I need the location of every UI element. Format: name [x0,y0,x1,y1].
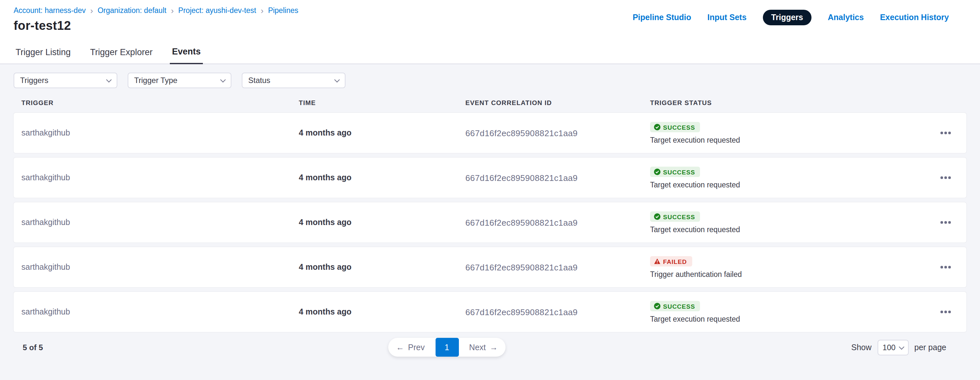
status-message: Target execution requested [650,136,740,144]
row-menu-button[interactable] [935,123,956,143]
status-message: Trigger authentication failed [650,270,742,278]
trigger-status-cell: FAILED Trigger authentication failed [650,256,935,278]
breadcrumb-organization[interactable]: Organization: default [97,6,166,14]
table-row[interactable]: sarthakgithub 4 months ago 667d16f2ec895… [14,158,966,198]
ellipsis-icon [941,311,951,313]
trigger-name: sarthakgithub [21,263,299,272]
chevron-right-icon: › [261,7,264,14]
column-header-trigger: TRIGGER [21,99,299,106]
ellipsis-icon [941,222,951,224]
status-badge-label: SUCCESS [663,302,695,310]
chevron-down-icon [220,77,226,82]
event-time: 4 months ago [299,218,465,227]
check-circle-icon [654,303,660,309]
show-label: Show [851,343,872,352]
status-badge-label: FAILED [663,258,687,265]
table-row[interactable]: sarthakgithub 4 months ago 667d16f2ec895… [14,247,966,287]
status-badge: FAILED [650,256,692,267]
trigger-status-cell: SUCCESS Target execution requested [650,167,935,189]
tab-trigger-explorer[interactable]: Trigger Explorer [88,40,154,64]
event-correlation-id: 667d16f2ec895908821c1aa9 [465,307,650,317]
arrow-left-icon: ← [396,343,404,352]
chevron-right-icon: › [171,7,174,14]
nav-triggers[interactable]: Triggers [763,10,812,25]
results-summary: 5 of 5 [23,343,43,352]
event-time: 4 months ago [299,173,465,182]
filters-bar: Triggers Trigger Type Status [14,73,966,88]
ellipsis-icon [941,177,951,179]
page-size-value: 100 [883,343,896,352]
warning-icon [654,258,660,265]
table-header-row: TRIGGER TIME EVENT CORRELATION ID TRIGGE… [14,99,966,106]
trigger-status-cell: SUCCESS Target execution requested [650,122,935,144]
status-message: Target execution requested [650,315,740,323]
events-content: Triggers Trigger Type Status TRIGGER TIM… [0,64,980,332]
table-row[interactable]: sarthakgithub 4 months ago 667d16f2ec895… [14,113,966,153]
page-header: Account: harness-dev › Organization: def… [0,0,980,40]
event-time: 4 months ago [299,128,465,137]
row-menu-button[interactable] [935,212,956,233]
status-badge: SUCCESS [650,301,700,311]
row-menu-button[interactable] [935,167,956,188]
nav-analytics[interactable]: Analytics [828,13,864,22]
trigger-type-filter-dropdown[interactable]: Trigger Type [128,73,231,88]
column-header-trigger-status: TRIGGER STATUS [650,99,935,106]
prev-page-button[interactable]: ← Prev [388,343,432,352]
triggers-events-page: Account: harness-dev › Organization: def… [0,0,980,380]
nav-pipeline-studio[interactable]: Pipeline Studio [633,13,691,22]
row-menu-button[interactable] [935,302,956,322]
prev-label: Prev [408,343,425,352]
nav-execution-history[interactable]: Execution History [880,13,949,22]
tab-trigger-listing[interactable]: Trigger Listing [14,40,73,64]
status-badge-label: SUCCESS [663,213,695,220]
trigger-name: sarthakgithub [21,307,299,316]
event-time: 4 months ago [299,263,465,272]
status-badge-label: SUCCESS [663,168,695,176]
ellipsis-icon [941,266,951,268]
page-size-select[interactable]: 100 [877,340,908,355]
status-badge: SUCCESS [650,211,700,222]
chevron-down-icon [334,77,340,82]
event-correlation-id: 667d16f2ec895908821c1aa9 [465,173,650,182]
nav-input-sets[interactable]: Input Sets [708,13,747,22]
check-circle-icon [654,213,660,220]
pager: ← Prev 1 Next → [388,338,506,357]
column-header-event-correlation-id: EVENT CORRELATION ID [465,99,650,106]
pipeline-top-nav: Pipeline Studio Input Sets Triggers Anal… [633,10,949,25]
triggers-filter-dropdown[interactable]: Triggers [14,73,117,88]
status-badge: SUCCESS [650,122,700,132]
table-row[interactable]: sarthakgithub 4 months ago 667d16f2ec895… [14,292,966,332]
ellipsis-icon [941,132,951,134]
page-size-controls: Show 100 per page [851,340,946,355]
trigger-name: sarthakgithub [21,128,299,137]
tab-events[interactable]: Events [170,40,203,64]
table-row[interactable]: sarthakgithub 4 months ago 667d16f2ec895… [14,202,966,243]
breadcrumb-project[interactable]: Project: ayushi-dev-test [178,6,256,14]
trigger-name: sarthakgithub [21,173,299,182]
tab-bar: Trigger Listing Trigger Explorer Events [0,40,980,64]
page-number-button[interactable]: 1 [435,338,458,357]
filter-label: Triggers [20,76,48,85]
event-correlation-id: 667d16f2ec895908821c1aa9 [465,217,650,227]
trigger-status-cell: SUCCESS Target execution requested [650,211,935,233]
status-message: Target execution requested [650,226,740,233]
pagination-bar: 5 of 5 ← Prev 1 Next → Show 100 per page [0,338,980,357]
per-page-label: per page [914,343,946,352]
chevron-down-icon [106,77,112,82]
arrow-right-icon: → [490,343,498,352]
status-filter-dropdown[interactable]: Status [242,73,345,88]
trigger-name: sarthakgithub [21,218,299,227]
event-correlation-id: 667d16f2ec895908821c1aa9 [465,128,650,138]
chevron-down-icon [899,344,904,350]
status-badge: SUCCESS [650,167,700,177]
breadcrumb-account[interactable]: Account: harness-dev [14,6,86,14]
check-circle-icon [654,124,660,130]
next-page-button[interactable]: Next → [461,343,506,352]
column-header-time: TIME [299,99,465,106]
status-badge-label: SUCCESS [663,123,695,131]
status-message: Target execution requested [650,181,740,189]
next-label: Next [469,343,486,352]
row-menu-button[interactable] [935,257,956,278]
breadcrumb-pipelines[interactable]: Pipelines [268,6,298,14]
filter-label: Trigger Type [134,76,177,85]
